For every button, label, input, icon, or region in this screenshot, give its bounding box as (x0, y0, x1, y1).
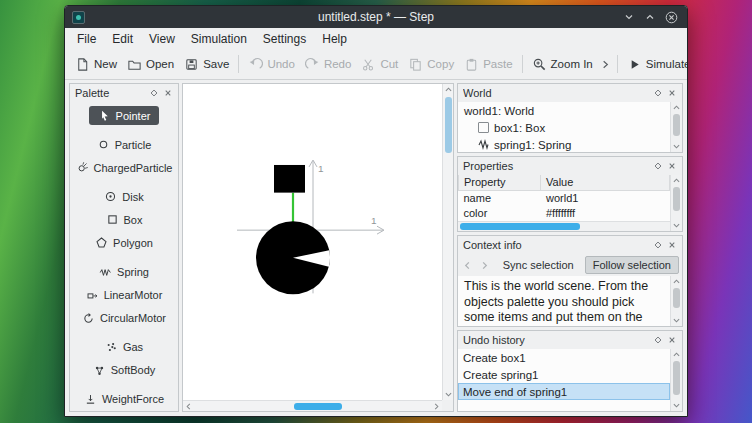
scroll-down-icon[interactable] (671, 141, 682, 152)
undo-button[interactable]: Undo (243, 53, 300, 76)
scrollbar-thumb[interactable] (460, 223, 580, 230)
palette-item-disk[interactable]: Disk (95, 187, 152, 206)
scrollbar-thumb[interactable] (445, 97, 452, 153)
scroll-up-icon[interactable] (671, 102, 682, 113)
float-panel-icon[interactable] (653, 240, 663, 250)
new-button[interactable]: New (70, 53, 122, 76)
open-button[interactable]: Open (122, 53, 179, 76)
minimize-icon[interactable] (623, 11, 635, 23)
scroll-left-icon[interactable] (183, 401, 194, 412)
toolbar-extension-icon[interactable] (598, 59, 613, 70)
menu-help[interactable]: Help (314, 30, 355, 48)
polygon-icon (95, 236, 108, 249)
scrollbar-thumb[interactable] (673, 361, 680, 395)
scroll-up-icon[interactable] (443, 84, 454, 95)
save-button[interactable]: Save (179, 53, 234, 76)
palette-item-chargedparticle[interactable]: ChargedParticle (70, 158, 178, 177)
scroll-down-icon[interactable] (671, 315, 682, 326)
palette-item-polygon[interactable]: Polygon (86, 233, 162, 252)
close-panel-icon[interactable] (163, 88, 173, 98)
context-scrollbar[interactable] (670, 276, 682, 326)
menu-simulation[interactable]: Simulation (183, 30, 255, 48)
palette-item-gas[interactable]: Gas (96, 338, 152, 357)
follow-selection-button[interactable]: Follow selection (585, 256, 679, 274)
column-header-property[interactable]: Property (459, 175, 541, 190)
close-icon[interactable] (665, 11, 678, 24)
box-object[interactable] (274, 165, 305, 193)
scroll-up-icon[interactable] (671, 349, 682, 360)
disk-object[interactable] (256, 221, 330, 294)
scroll-up-icon[interactable] (671, 276, 682, 287)
scrollbar-thumb[interactable] (673, 187, 680, 211)
undo-history-title: Undo history (463, 334, 649, 346)
scrollbar-thumb[interactable] (294, 403, 342, 410)
properties-horizontal-scrollbar[interactable] (458, 221, 670, 231)
spring-icon (478, 139, 489, 150)
tree-item-box1[interactable]: box1: Box (458, 119, 670, 136)
float-panel-icon[interactable] (653, 88, 663, 98)
palette-title: Palette (75, 87, 145, 99)
canvas-vertical-scrollbar[interactable] (442, 84, 453, 400)
gas-icon (105, 341, 118, 354)
scroll-right-icon[interactable] (431, 401, 442, 412)
palette-item-box[interactable]: Box (97, 210, 152, 229)
undo-item-create-box1[interactable]: Create box1 (458, 349, 670, 366)
menu-view[interactable]: View (141, 30, 183, 48)
undo-item-move-end-of-spring1[interactable]: Move end of spring1 (458, 383, 670, 400)
visibility-checkbox[interactable] (478, 122, 489, 133)
menu-edit[interactable]: Edit (104, 30, 141, 48)
close-panel-icon[interactable] (667, 88, 677, 98)
tree-item-spring1[interactable]: spring1: Spring (458, 136, 670, 152)
world-scrollbar[interactable] (670, 102, 682, 152)
menu-settings[interactable]: Settings (255, 30, 314, 48)
float-panel-icon[interactable] (653, 161, 663, 171)
copy-button[interactable]: Copy (403, 53, 459, 76)
disk-icon (104, 190, 117, 203)
world-canvas[interactable]: 1 1 (182, 83, 454, 412)
palette-item-pointer[interactable]: Pointer (89, 106, 160, 125)
palette-item-weightforce[interactable]: WeightForce (75, 390, 173, 409)
close-panel-icon[interactable] (667, 240, 677, 250)
scroll-down-icon[interactable] (671, 400, 682, 411)
scrollbar-thumb[interactable] (673, 114, 680, 136)
paste-button[interactable]: Paste (459, 53, 517, 76)
world-panel-title: World (463, 87, 649, 99)
back-icon[interactable] (461, 257, 475, 273)
palette-item-spring[interactable]: Spring (90, 262, 158, 281)
scroll-down-icon[interactable] (671, 220, 682, 231)
close-panel-icon[interactable] (667, 335, 677, 345)
undo-scrollbar[interactable] (670, 349, 682, 411)
close-panel-icon[interactable] (667, 161, 677, 171)
palette-item-circularmotor[interactable]: CircularMotor (73, 309, 175, 328)
open-label: Open (146, 58, 174, 70)
palette-item-linearmotor[interactable]: LinearMotor (77, 286, 172, 305)
forward-icon[interactable] (478, 257, 492, 273)
palette-item-softbody[interactable]: SoftBody (84, 361, 165, 380)
undo-item-create-spring1[interactable]: Create spring1 (458, 366, 670, 383)
float-panel-icon[interactable] (149, 88, 159, 98)
menu-file[interactable]: File (69, 30, 104, 48)
cut-button[interactable]: Cut (356, 53, 403, 76)
cut-label: Cut (380, 58, 398, 70)
scrollbar-thumb[interactable] (673, 288, 680, 308)
property-row[interactable]: name world1 (459, 190, 670, 205)
sync-selection-button[interactable]: Sync selection (495, 256, 582, 274)
zoom-in-button[interactable]: Zoom In (527, 53, 598, 76)
canvas-horizontal-scrollbar[interactable] (183, 400, 442, 411)
properties-scrollbar[interactable] (670, 175, 682, 231)
titlebar[interactable]: untitled.step * — Step (65, 6, 687, 28)
simulate-button[interactable]: Simulate (622, 53, 688, 76)
property-row[interactable]: color #ffffffff (459, 205, 670, 220)
tree-item-world1[interactable]: world1: World (458, 102, 670, 119)
palette-item-particle[interactable]: Particle (88, 135, 161, 154)
simulate-label: Simulate (646, 58, 688, 70)
step-window: untitled.step * — Step File Edit View Si… (64, 5, 688, 417)
scroll-up-icon[interactable] (671, 175, 682, 186)
float-panel-icon[interactable] (653, 335, 663, 345)
spring-icon (99, 266, 112, 279)
redo-button[interactable]: Redo (300, 53, 357, 76)
column-header-value[interactable]: Value (541, 175, 670, 190)
palette-item-label: LinearMotor (104, 289, 163, 301)
maximize-icon[interactable] (644, 11, 656, 23)
scroll-down-icon[interactable] (443, 389, 454, 400)
